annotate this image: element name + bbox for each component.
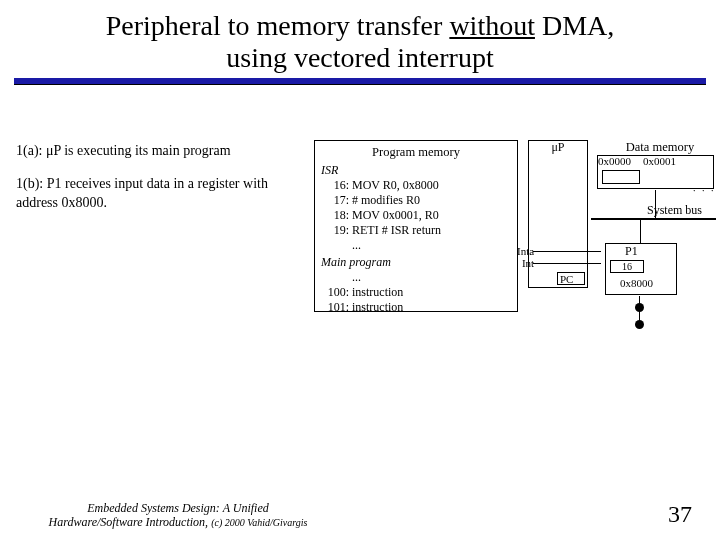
isr-line: 16:MOV R0, 0x8000 bbox=[321, 178, 511, 193]
int-label: Int bbox=[517, 257, 534, 269]
connection-dot-icon bbox=[635, 320, 644, 329]
bus-to-dmem-wire bbox=[655, 190, 656, 218]
main-line: 100:instruction bbox=[321, 285, 511, 300]
peripheral-p1-register: 16 bbox=[610, 260, 644, 273]
interrupt-labels: Inta Int bbox=[517, 245, 534, 269]
page-number: 37 bbox=[668, 501, 692, 528]
main-line: 101:instruction bbox=[321, 300, 511, 315]
program-memory-box: Program memory ISR 16:MOV R0, 0x8000 17:… bbox=[314, 140, 518, 312]
pc-label: PC bbox=[560, 273, 573, 285]
main-dots: ... bbox=[321, 270, 511, 285]
isr-instr: RETI # ISR return bbox=[352, 223, 441, 237]
main-program-label: Main program bbox=[321, 255, 511, 270]
title-underline bbox=[14, 78, 706, 85]
main-addr: 101: bbox=[321, 300, 349, 315]
isr-instr: MOV R0, 0x8000 bbox=[352, 178, 439, 192]
footer-line1: Embedded Systems Design: A Unified bbox=[87, 501, 269, 515]
ellipsis: ... bbox=[352, 270, 361, 284]
title-without: without bbox=[449, 10, 535, 41]
peripheral-p1-label: P1 bbox=[625, 244, 638, 259]
main-instr: instruction bbox=[352, 300, 403, 314]
microprocessor-box bbox=[528, 140, 588, 288]
main-instr: instruction bbox=[352, 285, 403, 299]
title-line1-a: Peripheral to memory transfer bbox=[106, 10, 450, 41]
isr-addr: 16: bbox=[321, 178, 349, 193]
peripheral-p1-address: 0x8000 bbox=[620, 277, 653, 289]
main-listing: ... 100:instruction 101:instruction bbox=[321, 270, 511, 315]
title-line2: using vectored interrupt bbox=[226, 42, 493, 73]
isr-addr: 19: bbox=[321, 223, 349, 238]
ellipsis: ... bbox=[352, 238, 361, 252]
inta-label: Inta bbox=[517, 245, 534, 257]
program-memory-title: Program memory bbox=[321, 145, 511, 161]
caption-block: 1(a): μP is executing its main program 1… bbox=[16, 142, 296, 223]
isr-instr: MOV 0x0001, R0 bbox=[352, 208, 439, 222]
caption-1a: 1(a): μP is executing its main program bbox=[16, 142, 296, 161]
isr-addr: 18: bbox=[321, 208, 349, 223]
bus-to-p1-wire bbox=[640, 219, 641, 243]
isr-line: 17:# modifies R0 bbox=[321, 193, 511, 208]
caption-1b: 1(b): P1 receives input data in a regist… bbox=[16, 175, 296, 213]
isr-listing: 16:MOV R0, 0x8000 17:# modifies R0 18:MO… bbox=[321, 178, 511, 253]
data-memory-addr1: 0x0001 bbox=[643, 155, 676, 167]
data-memory-cell bbox=[602, 170, 640, 184]
system-bus-line bbox=[591, 218, 716, 220]
int-wire bbox=[533, 263, 601, 264]
slide-title: Peripheral to memory transfer without DM… bbox=[0, 0, 720, 74]
footer-line2b: (c) 2000 Vahid/Givargis bbox=[211, 517, 307, 528]
isr-addr: 17: bbox=[321, 193, 349, 208]
footer-citation: Embedded Systems Design: A Unified Hardw… bbox=[18, 502, 338, 530]
data-memory-title: Data memory bbox=[610, 140, 710, 155]
isr-line: 18:MOV 0x0001, R0 bbox=[321, 208, 511, 223]
data-memory-addr0: 0x0000 bbox=[598, 155, 631, 167]
isr-instr: # modifies R0 bbox=[352, 193, 420, 207]
title-line1-b: DMA, bbox=[535, 10, 614, 41]
isr-label: ISR bbox=[321, 163, 511, 178]
isr-dots: ... bbox=[321, 238, 511, 253]
footer-line2a: Hardware/Software Introduction, bbox=[49, 515, 212, 529]
main-addr: 100: bbox=[321, 285, 349, 300]
microprocessor-label: μP bbox=[530, 140, 586, 155]
isr-line: 19:RETI # ISR return bbox=[321, 223, 511, 238]
inta-wire bbox=[533, 251, 601, 252]
data-memory-dots: · · · bbox=[693, 185, 716, 196]
